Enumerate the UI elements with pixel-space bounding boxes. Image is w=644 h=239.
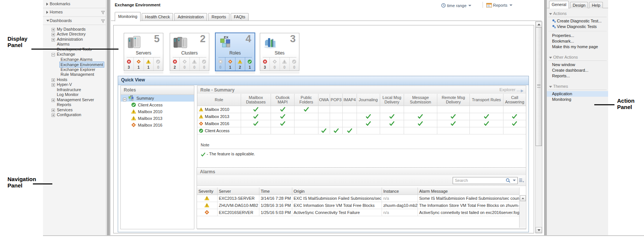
explorer-link[interactable]: Explorer xyxy=(499,87,515,92)
feature-col-call-answering[interactable]: Call Answering xyxy=(503,94,526,106)
action-item-properties[interactable]: Properties... xyxy=(547,33,608,38)
feature-col-transport-rules[interactable]: Transport Rules xyxy=(470,94,503,106)
tab-faqts[interactable]: FAQts xyxy=(231,13,249,21)
sidebar-section-homes[interactable]: Homes xyxy=(43,9,106,15)
scroll-up-icon[interactable] xyxy=(536,22,542,28)
plus-box-icon[interactable] xyxy=(52,113,55,118)
tile-status-error: 2 xyxy=(170,58,180,71)
alarms-scroll-up-icon[interactable] xyxy=(520,195,526,201)
reports-menu-button[interactable]: Reports xyxy=(486,3,512,7)
sidebar-item-hyper-v[interactable]: Hyper-V xyxy=(43,82,106,87)
feature-row-client-access[interactable]: Client Access xyxy=(197,127,526,134)
sidebar-item-administration[interactable]: Administration xyxy=(43,37,106,42)
action-tab-general[interactable]: General xyxy=(549,1,569,9)
sidebar-item-active-directory[interactable]: Active Directory xyxy=(43,31,106,37)
alarm-col-alarm-message[interactable]: Alarm Message xyxy=(417,187,519,195)
action-item-application[interactable]: Application xyxy=(547,91,608,97)
search-caret-icon[interactable] xyxy=(513,180,516,181)
scroll-down-icon[interactable] xyxy=(536,227,542,233)
feature-col-role[interactable]: Role xyxy=(197,94,241,106)
sidebar-item-exchange-alarms[interactable]: Exchange Alarms xyxy=(43,57,106,62)
feature-row-mailbox-2010[interactable]: Mailbox 2010 xyxy=(197,106,526,113)
sidebar-item-exchange-explorer[interactable]: Exchange Explorer xyxy=(43,67,106,72)
tab-reports[interactable]: Reports xyxy=(208,13,229,21)
feature-col-journaling[interactable]: Journaling xyxy=(357,94,380,106)
tab-monitoring[interactable]: Monitoring xyxy=(115,12,141,21)
tab-administration[interactable]: Administration xyxy=(174,13,207,21)
filter-funnel-icon[interactable] xyxy=(101,19,105,24)
action-item-create-dashboard[interactable]: Create dashboard... xyxy=(547,68,608,73)
action-item-create-diagnostic-test[interactable]: Create Diagnostic Test... xyxy=(547,18,608,24)
alarm-col-time[interactable]: Time xyxy=(259,187,292,195)
tile-sites[interactable]: 3 Sites 3000 xyxy=(260,33,299,71)
action-tab-help[interactable]: Help xyxy=(589,2,603,8)
sidebar-item-services[interactable]: Services xyxy=(43,107,106,112)
tile-roles[interactable]: EX 4 Roles 0121 xyxy=(215,32,255,71)
warning-icon xyxy=(197,202,217,209)
feature-col-local-msg-delivery[interactable]: Local Msg Delivery xyxy=(380,94,404,106)
alarm-col-origin[interactable]: Origin xyxy=(292,187,382,195)
sidebar-item-exchange-environment[interactable]: Exchange Environment xyxy=(43,62,106,67)
feature-cell xyxy=(342,120,357,127)
action-item-make-this-my-home-page[interactable]: Make this my home page xyxy=(547,44,608,50)
action-item-monitoring[interactable]: Monitoring xyxy=(547,97,608,102)
roles-tree-item-mailbox-2016[interactable]: Mailbox 2016 xyxy=(121,122,194,128)
feature-col-remote-msg-delivery[interactable]: Remote Msg Delivery xyxy=(437,94,469,106)
roles-tree-item-client-access[interactable]: Client Access xyxy=(121,102,194,108)
filter-funnel-icon[interactable] xyxy=(101,10,105,16)
tab-health-check[interactable]: Health Check xyxy=(142,13,173,21)
alarm-row[interactable]: ZHUVM-DAG10-MB2 1/28/16 3:16 PM EXC Info… xyxy=(197,202,519,209)
sidebar-item-infrastructure[interactable]: Infrastructure xyxy=(43,87,106,92)
action-item-new-window[interactable]: New window xyxy=(547,62,608,68)
tile-clusters[interactable]: 2 Clusters 2000 xyxy=(170,33,209,71)
roles-tree-item-mailbox-2010[interactable]: Mailbox 2010 xyxy=(121,108,194,115)
search-input[interactable]: Search xyxy=(453,177,518,184)
sidebar-item-hosts[interactable]: Hosts xyxy=(43,77,106,82)
section-title-other-actions[interactable]: Other Actions xyxy=(548,55,607,61)
alarm-row[interactable]: EXC2016SERVER 1/25/16 5:03 PM ActiveSync… xyxy=(197,209,519,216)
sidebar-item-my-dashboards[interactable]: My Dashboards xyxy=(43,27,106,32)
alarm-col-severity[interactable]: Severity xyxy=(197,187,217,195)
roles-tree-item-mailbox-2013[interactable]: Mailbox 2013 xyxy=(121,115,194,122)
feature-col-outlook-mapi[interactable]: Outlook MAPI xyxy=(271,94,295,106)
sidebar-item-rule-management[interactable]: Rule Management xyxy=(43,72,106,77)
list-options-icon[interactable] xyxy=(519,179,524,183)
feature-col-public-folders[interactable]: Public Folders xyxy=(295,94,318,106)
tile-reflection xyxy=(260,72,299,75)
nav-scrollbar-thumb[interactable] xyxy=(107,0,110,236)
feature-col-owa[interactable]: OWA xyxy=(318,94,330,106)
section-title-themes[interactable]: Themes xyxy=(548,84,607,90)
sidebar-item-configuration[interactable]: Configuration xyxy=(43,112,106,117)
feature-col-message-submission[interactable]: Message Submission xyxy=(404,94,437,106)
alarm-row[interactable]: EXC2013-SERVER 3/14/16 7:28 PM EXC IS Ma… xyxy=(197,195,519,202)
feature-cell xyxy=(437,120,469,127)
feature-row-mailbox-2013[interactable]: Mailbox 2013 xyxy=(197,113,526,120)
feature-col-imap4[interactable]: IMAP4 xyxy=(342,94,357,106)
explorer-arrow-icon[interactable] xyxy=(517,89,524,94)
feature-row-mailbox-2016[interactable]: Mailbox 2016 xyxy=(197,120,526,127)
search-icon[interactable] xyxy=(506,178,511,184)
scrollbar-thumb[interactable] xyxy=(536,27,542,146)
alarms-scrollbar[interactable] xyxy=(519,195,526,228)
sidebar-item-reports[interactable]: Reports xyxy=(43,102,106,107)
action-tab-design[interactable]: Design xyxy=(570,2,588,8)
sidebar-item-log-monitor[interactable]: Log Monitor xyxy=(43,92,106,97)
sidebar-section-bookmarks[interactable]: Bookmarks xyxy=(43,1,106,6)
alarm-col-instance[interactable]: Instance xyxy=(382,187,417,195)
sidebar-item-management-server[interactable]: Management Server xyxy=(43,97,106,102)
sidebar-section-dashboards[interactable]: Dashboards xyxy=(43,18,106,23)
action-item-bookmark[interactable]: Bookmark... xyxy=(547,38,608,44)
alarm-col-server[interactable]: Server xyxy=(217,187,259,195)
roles-tree-item-summary[interactable]: EX Summary xyxy=(121,95,194,102)
time-range-control[interactable]: time range xyxy=(441,3,471,8)
main-scrollbar[interactable] xyxy=(535,21,542,233)
action-item-reports[interactable]: Reports... xyxy=(547,73,608,79)
section-title-actions[interactable]: Actions xyxy=(548,11,607,17)
sidebar-item-alarms[interactable]: Alarms xyxy=(43,41,106,47)
sidebar-item-exchange[interactable]: Exchange xyxy=(43,52,106,57)
feature-col-mailbox-databases[interactable]: Mailbox Databases xyxy=(241,94,271,106)
action-item-view-diagnostic-tests[interactable]: View Diagnostic Tests xyxy=(547,24,608,30)
feature-col-pop3[interactable]: POP3 xyxy=(330,94,342,106)
nav-scrollbar[interactable] xyxy=(106,0,110,236)
tile-servers[interactable]: 5 Servers 3110 xyxy=(124,33,163,71)
